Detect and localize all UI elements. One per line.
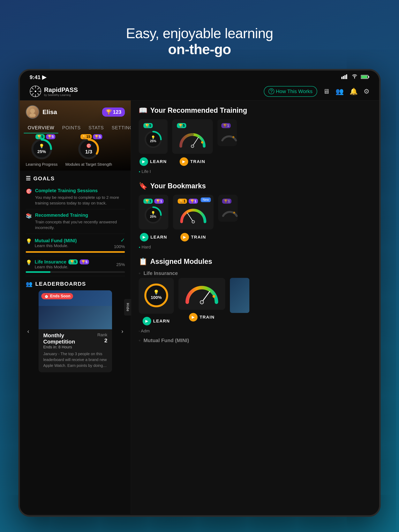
assigned-li-train-btn[interactable]: ▶ Train bbox=[189, 312, 214, 323]
tab-overview[interactable]: Overview bbox=[24, 123, 58, 133]
profile-top: Elisa 🏆 123 bbox=[20, 101, 131, 121]
settings-icon[interactable]: ⚙ bbox=[364, 88, 369, 95]
goal-module-2: 💡 Life Insurance 🏆5 🏆5 Learn this Module… bbox=[26, 256, 125, 276]
svg-point-31 bbox=[232, 136, 234, 138]
question-icon: ? bbox=[269, 89, 274, 94]
lb-next-arrow[interactable]: › bbox=[120, 326, 125, 336]
bm-train-play-icon: ▶ bbox=[180, 233, 189, 241]
mutual-fund-header: ◦ Mutual Fund (MINI) bbox=[139, 337, 371, 343]
profile-user: Elisa bbox=[26, 105, 57, 119]
module-title-2: Life Insurance bbox=[35, 259, 66, 265]
rank-value: 2 bbox=[104, 337, 107, 343]
assigned-li-learn-btn[interactable]: ▶ Learn bbox=[143, 316, 170, 327]
assigned-life-insurance: ◦ Life Insurance 💡 100% bbox=[139, 270, 371, 334]
svg-text:25%: 25% bbox=[150, 215, 156, 218]
lb-description: January - The top 3 people on this leade… bbox=[43, 351, 107, 368]
bm-learn-badge-p: 🏆1 bbox=[154, 199, 164, 204]
module-icon-1: 💡 bbox=[26, 238, 32, 244]
rec-learn-badge: 🏆5 bbox=[143, 123, 153, 128]
bookmarks-category: Hard bbox=[142, 245, 151, 250]
svg-line-14 bbox=[32, 88, 33, 89]
bulb-icon: 💡 bbox=[39, 144, 44, 149]
tab-points[interactable]: Points bbox=[58, 123, 84, 133]
tagline-light: Easy, enjoyable learning bbox=[0, 25, 399, 41]
profile-tabs: Overview Points Stats Settings bbox=[20, 121, 131, 133]
monitor-icon[interactable]: 🖥 bbox=[323, 88, 330, 95]
goal-item-2: 📚 Recommended Training Train concepts th… bbox=[26, 209, 125, 234]
users-icon[interactable]: 👥 bbox=[335, 88, 344, 95]
recommended-training-title: 📖 Your Recommended Training bbox=[139, 106, 371, 114]
recommended-training-section: 📖 Your Recommended Training 🏆5 bbox=[139, 106, 371, 174]
train-play-icon: ▶ bbox=[180, 157, 188, 166]
assigned-mutual-fund: ◦ Mutual Fund (MINI) bbox=[139, 337, 371, 343]
learning-percent: 25% bbox=[37, 149, 46, 154]
bookmark-icon: 🔖 bbox=[139, 182, 148, 190]
hide-tab[interactable]: Hide bbox=[124, 299, 131, 316]
module-pct-2: 25% bbox=[116, 262, 125, 267]
logo-text: RapidPASS bbox=[44, 86, 78, 93]
bookmarks-learn-card: 🏆1 🏆1 💡 25% ▶ Le bbox=[139, 195, 168, 243]
points-value: 123 bbox=[113, 109, 121, 115]
points-badge: 🏆 123 bbox=[102, 108, 125, 117]
bookmarks-section: 🔖 Your Bookmarks 🏆1 🏆1 bbox=[139, 182, 371, 250]
modules-icon: 📋 bbox=[139, 257, 148, 266]
header-right: ? How This Works 🖥 👥 🔔 ⚙ bbox=[264, 86, 369, 97]
bm-learn-play-icon: ▶ bbox=[140, 233, 148, 241]
recommended-train-card: 🏆5 bbox=[172, 119, 213, 167]
bookmarks-learn-btn[interactable]: ▶ Learn bbox=[140, 232, 167, 243]
svg-rect-3 bbox=[346, 74, 347, 79]
profile-section: Elisa 🏆 123 Overview Points Stats Settin… bbox=[20, 101, 131, 171]
svg-line-28 bbox=[193, 138, 198, 146]
bm-learn-badge-g: 🏆1 bbox=[143, 199, 153, 204]
svg-rect-0 bbox=[341, 77, 342, 79]
goal-desc-1: You may be required to complete up to 2 … bbox=[35, 195, 125, 206]
recommended-learn-card: 🏆5 💡 25% ▶ Learn bbox=[139, 119, 167, 167]
svg-text:💡: 💡 bbox=[153, 289, 159, 295]
svg-point-19 bbox=[29, 113, 36, 117]
svg-text:100%: 100% bbox=[151, 295, 162, 300]
leaderboards-section: 👥 Leaderboards ‹ ⏰ Ends Soon bbox=[20, 276, 131, 372]
module-check-1: ✓ bbox=[114, 237, 125, 243]
left-panel: Elisa 🏆 123 Overview Points Stats Settin… bbox=[20, 101, 131, 514]
tablet-frame: 9:41 ▶ bbox=[18, 69, 381, 517]
assigned-li-category: Adm bbox=[141, 329, 150, 334]
svg-point-29 bbox=[191, 145, 194, 148]
ends-soon-badge: ⏰ Ends Soon bbox=[41, 293, 73, 299]
bm-partial-badge: 🏆1 bbox=[222, 199, 232, 204]
leaderboard-card: ⏰ Ends Soon Monthly Competition bbox=[39, 290, 112, 372]
assigned-li-learn-icon: ▶ bbox=[143, 317, 151, 325]
status-bar: 9:41 ▶ bbox=[20, 70, 379, 82]
svg-text:💡: 💡 bbox=[151, 135, 155, 140]
svg-point-46 bbox=[212, 295, 215, 298]
svg-line-36 bbox=[187, 213, 193, 222]
module-sub-1: Learn this Module. bbox=[35, 243, 77, 248]
how-this-works-label: How This Works bbox=[276, 89, 313, 95]
hero-section: Easy, enjoyable learning on-the-go bbox=[0, 0, 399, 69]
lb-prev-arrow[interactable]: ‹ bbox=[26, 326, 31, 336]
location-icon: ▶ bbox=[42, 74, 46, 80]
svg-text:💡: 💡 bbox=[151, 211, 155, 215]
recommended-train-btn[interactable]: ▶ Train bbox=[180, 156, 205, 167]
goals-title: Goals bbox=[33, 176, 55, 182]
recommended-learn-btn[interactable]: ▶ Learn bbox=[140, 156, 167, 167]
recommended-partial-card: 🏆1 bbox=[217, 119, 237, 146]
module-sub-2: Learn this Module. bbox=[35, 265, 89, 269]
tab-settings[interactable]: Settings bbox=[108, 123, 131, 133]
assigned-modules-section: 📋 Assigned Modules ◦ Life Insurance bbox=[139, 257, 371, 343]
goal-title-2: Recommended Training bbox=[35, 212, 125, 218]
lb-image: ⏰ Ends Soon bbox=[39, 290, 112, 329]
signal-icon bbox=[341, 74, 348, 80]
goals-section: ☰ Goals 🎯 Complete Training Sessions You… bbox=[20, 171, 131, 276]
rank-label: Rank bbox=[97, 332, 107, 337]
how-this-works-button[interactable]: ? How This Works bbox=[264, 86, 317, 97]
goal-icon-2: 📚 bbox=[26, 212, 32, 219]
ends-in: Ends in: 8 Hours bbox=[43, 345, 93, 349]
username: Elisa bbox=[42, 108, 57, 116]
bell-icon[interactable]: 🔔 bbox=[349, 88, 358, 95]
bookmarks-train-btn[interactable]: ▶ Train bbox=[180, 232, 206, 243]
svg-line-17 bbox=[32, 93, 33, 95]
svg-point-30 bbox=[201, 141, 203, 144]
tab-stats[interactable]: Stats bbox=[84, 123, 108, 133]
module-icon-2: 💡 bbox=[26, 259, 32, 266]
learning-caption: Learning Progress bbox=[26, 162, 58, 167]
